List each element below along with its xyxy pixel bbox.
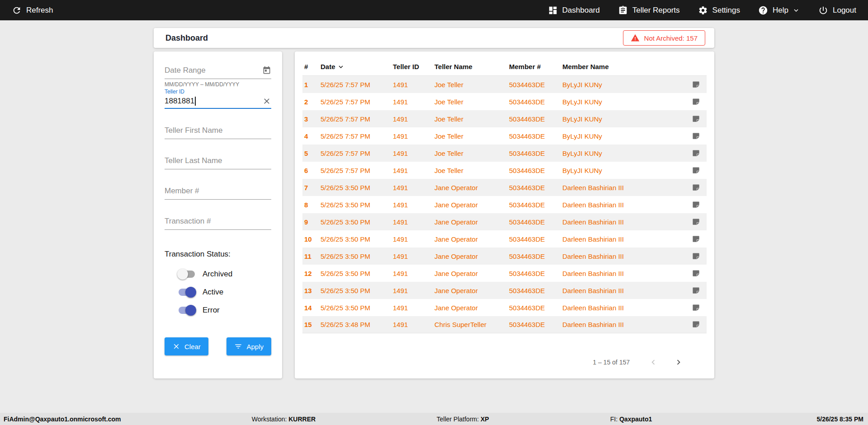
row-member-name: ByLyJI KUNy	[562, 167, 685, 174]
date-range-field[interactable]: Date Range MM/DD/YYYY – MM/DD/YYYY	[165, 66, 271, 88]
teller-last-name-field[interactable]: Teller Last Name	[165, 156, 271, 169]
table-row[interactable]: 14 5/26/25 3:50 PM 1491 Jane Operator 50…	[302, 299, 707, 316]
apply-button[interactable]: Apply	[226, 337, 271, 355]
row-member-name: Darleen Bashirian III	[562, 218, 685, 226]
col-member-number: Member #	[509, 63, 562, 70]
table-row[interactable]: 7 5/26/25 3:50 PM 1491 Jane Operator 503…	[302, 179, 707, 196]
row-member-name: Darleen Bashirian III	[562, 184, 685, 191]
teller-last-name-placeholder: Teller Last Name	[165, 156, 222, 165]
row-number: 10	[302, 235, 321, 243]
row-teller-id: 1491	[393, 132, 434, 140]
nav-teller-reports[interactable]: Teller Reports	[618, 5, 680, 15]
archived-toggle[interactable]: Archived	[165, 269, 271, 280]
col-date-label: Date	[321, 63, 335, 70]
teller-id-value[interactable]: 1881881	[165, 97, 194, 106]
status-bar: FiAdmin@Qaxpauto1.onmicrosoft.com Workst…	[0, 413, 868, 425]
row-member-number: 5034463DE	[509, 149, 562, 157]
row-date: 5/26/25 7:57 PM	[321, 98, 393, 106]
note-icon[interactable]	[692, 115, 700, 123]
row-teller-name: Jane Operator	[434, 184, 509, 191]
row-member-name: ByLyJI KUNy	[562, 98, 685, 106]
status-datetime: 5/26/25 8:35 PM	[816, 416, 863, 423]
row-date: 5/26/25 3:50 PM	[321, 218, 393, 226]
note-icon[interactable]	[692, 201, 700, 209]
row-number: 2	[302, 98, 321, 106]
row-member-name: Darleen Bashirian III	[562, 235, 685, 243]
table-row[interactable]: 6 5/26/25 7:57 PM 1491 Joe Teller 503446…	[302, 162, 707, 179]
note-icon[interactable]	[692, 252, 700, 261]
nav-help[interactable]: Help	[758, 5, 800, 15]
col-teller-id: Teller ID	[393, 63, 434, 70]
col-date[interactable]: Date	[321, 63, 393, 71]
transaction-number-field[interactable]: Transaction #	[165, 217, 271, 230]
row-date: 5/26/25 3:48 PM	[321, 321, 393, 328]
nav-logout[interactable]: Logout	[818, 5, 856, 15]
table-row[interactable]: 3 5/26/25 7:57 PM 1491 Joe Teller 503446…	[302, 110, 707, 127]
nav-settings-label: Settings	[712, 6, 740, 15]
teller-first-name-field[interactable]: Teller First Name	[165, 126, 271, 139]
table-row[interactable]: 4 5/26/25 7:57 PM 1491 Joe Teller 503446…	[302, 127, 707, 145]
table-row[interactable]: 13 5/26/25 3:50 PM 1491 Jane Operator 50…	[302, 282, 707, 299]
nav-dashboard[interactable]: Dashboard	[548, 5, 600, 15]
note-icon[interactable]	[692, 269, 700, 278]
table-row[interactable]: 10 5/26/25 3:50 PM 1491 Jane Operator 50…	[302, 230, 707, 248]
archived-switch-icon[interactable]	[177, 269, 196, 280]
table-row[interactable]: 5 5/26/25 7:57 PM 1491 Joe Teller 503446…	[302, 145, 707, 162]
not-archived-badge[interactable]: Not Archived: 157	[623, 30, 705, 46]
row-teller-id: 1491	[393, 252, 434, 260]
note-icon[interactable]	[692, 132, 700, 140]
row-teller-id: 1491	[393, 287, 434, 294]
note-icon[interactable]	[692, 98, 700, 106]
table-row[interactable]: 15 5/26/25 3:48 PM 1491 Chris SuperTelle…	[302, 316, 707, 333]
note-icon[interactable]	[692, 235, 700, 243]
nav-logout-label: Logout	[833, 6, 856, 15]
table-row[interactable]: 1 5/26/25 7:57 PM 1491 Joe Teller 503446…	[302, 76, 707, 93]
table-row[interactable]: 8 5/26/25 3:50 PM 1491 Jane Operator 503…	[302, 196, 707, 213]
note-icon[interactable]	[692, 149, 700, 158]
prev-page-button[interactable]	[645, 354, 661, 370]
error-switch-icon[interactable]	[177, 305, 196, 316]
clear-field-icon[interactable]	[262, 97, 271, 106]
row-teller-name: Joe Teller	[434, 132, 509, 140]
active-switch-icon[interactable]	[177, 287, 196, 298]
note-icon[interactable]	[692, 80, 700, 89]
col-num: #	[302, 63, 321, 70]
table-header: # Date Teller ID Teller Name Member # Me…	[302, 58, 707, 76]
member-number-field[interactable]: Member #	[165, 187, 271, 200]
nav-settings[interactable]: Settings	[698, 5, 740, 15]
note-icon[interactable]	[692, 183, 700, 192]
clear-button[interactable]: Clear	[165, 337, 208, 355]
row-date: 5/26/25 7:57 PM	[321, 149, 393, 157]
table-row[interactable]: 12 5/26/25 3:50 PM 1491 Jane Operator 50…	[302, 265, 707, 282]
table-row[interactable]: 11 5/26/25 3:50 PM 1491 Jane Operator 50…	[302, 248, 707, 265]
row-member-number: 5034463DE	[509, 201, 562, 209]
note-icon[interactable]	[692, 166, 700, 175]
next-page-button[interactable]	[670, 354, 687, 370]
row-number: 4	[302, 132, 321, 140]
note-icon[interactable]	[692, 286, 700, 295]
calendar-icon[interactable]	[262, 66, 271, 75]
teller-id-label: Teller ID	[165, 89, 271, 95]
table-row[interactable]: 2 5/26/25 7:57 PM 1491 Joe Teller 503446…	[302, 93, 707, 110]
apply-button-label: Apply	[246, 343, 264, 350]
note-icon[interactable]	[692, 320, 700, 329]
status-workstation: Workstation: KURRER	[252, 416, 316, 423]
refresh-button[interactable]: Refresh	[12, 5, 53, 15]
row-member-number: 5034463DE	[509, 304, 562, 312]
teller-id-field[interactable]: Teller ID 1881881	[165, 89, 271, 109]
pagination-range: 1 – 15 of 157	[593, 359, 630, 366]
note-icon[interactable]	[692, 218, 700, 226]
error-toggle[interactable]: Error	[165, 305, 271, 316]
row-member-name: Darleen Bashirian III	[562, 321, 685, 328]
table-row[interactable]: 9 5/26/25 3:50 PM 1491 Jane Operator 503…	[302, 213, 707, 230]
active-toggle[interactable]: Active	[165, 287, 271, 298]
row-member-name: Darleen Bashirian III	[562, 201, 685, 209]
row-member-name: Darleen Bashirian III	[562, 287, 685, 294]
note-icon[interactable]	[692, 304, 700, 312]
reports-icon	[618, 5, 628, 15]
row-teller-name: Jane Operator	[434, 201, 509, 209]
row-member-number: 5034463DE	[509, 321, 562, 328]
row-number: 12	[302, 270, 321, 277]
nav-help-label: Help	[773, 6, 788, 15]
row-teller-name: Jane Operator	[434, 304, 509, 312]
